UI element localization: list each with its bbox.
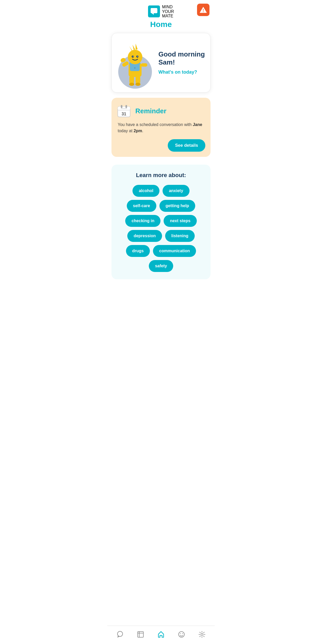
svg-rect-26: [118, 107, 130, 110]
svg-point-21: [137, 56, 138, 57]
svg-rect-23: [141, 63, 147, 67]
svg-point-4: [203, 11, 204, 12]
svg-marker-1: [152, 13, 154, 15]
greeting-message: Good morning Sam!: [158, 50, 205, 66]
tag-alcohol[interactable]: alcohol: [132, 185, 159, 197]
reminder-time: 2pm: [134, 129, 142, 133]
logo-mind: MIND: [162, 5, 174, 9]
svg-point-14: [128, 50, 142, 64]
mascot-illustration: [120, 39, 151, 86]
page-title: Home: [107, 20, 215, 29]
tag-depression[interactable]: depression: [127, 230, 162, 242]
logo-mate: MATE: [162, 14, 174, 18]
tag-checking in[interactable]: checking in: [125, 215, 160, 227]
svg-point-9: [134, 67, 136, 69]
reminder-title: Reminder: [135, 107, 166, 115]
alert-button[interactable]: [197, 4, 209, 16]
svg-rect-3: [203, 9, 204, 11]
svg-rect-29: [125, 105, 127, 108]
svg-marker-17: [129, 46, 132, 51]
tag-safety[interactable]: safety: [149, 260, 173, 272]
greeting-subtitle: What's on today?: [158, 69, 197, 75]
see-details-button[interactable]: See details: [168, 139, 205, 152]
svg-rect-0: [151, 8, 157, 13]
greeting-text: Good morning Sam! What's on today?: [156, 50, 205, 75]
reminder-header: 31 Reminder: [117, 104, 205, 118]
svg-marker-16: [136, 44, 138, 50]
greeting-card: Good morning Sam! What's on today?: [111, 33, 211, 93]
svg-point-13: [135, 83, 141, 86]
svg-text:31: 31: [122, 112, 126, 116]
logo-your: YOUR: [162, 9, 174, 14]
reminder-card: 31 Reminder You have a scheduled convers…: [111, 98, 211, 157]
reminder-body: You have a scheduled conversation with J…: [117, 122, 205, 134]
learn-more-section: Learn more about: alcoholanxietyself-car…: [111, 165, 211, 279]
tag-communication[interactable]: communication: [153, 245, 196, 257]
mascot-container: [114, 39, 156, 86]
calendar-icon: 31: [117, 104, 131, 118]
logo-text: MIND YOUR MATE: [162, 5, 174, 18]
svg-rect-28: [121, 105, 122, 108]
tags-container: alcoholanxietyself-caregetting helpcheck…: [117, 185, 205, 272]
svg-point-20: [133, 56, 134, 57]
reminder-person: Jane: [193, 122, 202, 127]
svg-marker-15: [132, 45, 135, 50]
tag-next steps[interactable]: next steps: [164, 215, 197, 227]
tag-drugs[interactable]: drugs: [126, 245, 150, 257]
tag-anxiety[interactable]: anxiety: [163, 185, 189, 197]
tag-listening[interactable]: listening: [165, 230, 195, 242]
tag-self-care[interactable]: self-care: [127, 200, 156, 212]
svg-point-12: [129, 83, 134, 86]
header: MIND YOUR MATE: [107, 0, 215, 18]
logo: MIND YOUR MATE: [148, 5, 174, 18]
logo-icon: [148, 5, 160, 17]
learn-more-title: Learn more about:: [117, 172, 205, 179]
tag-getting help[interactable]: getting help: [159, 200, 195, 212]
